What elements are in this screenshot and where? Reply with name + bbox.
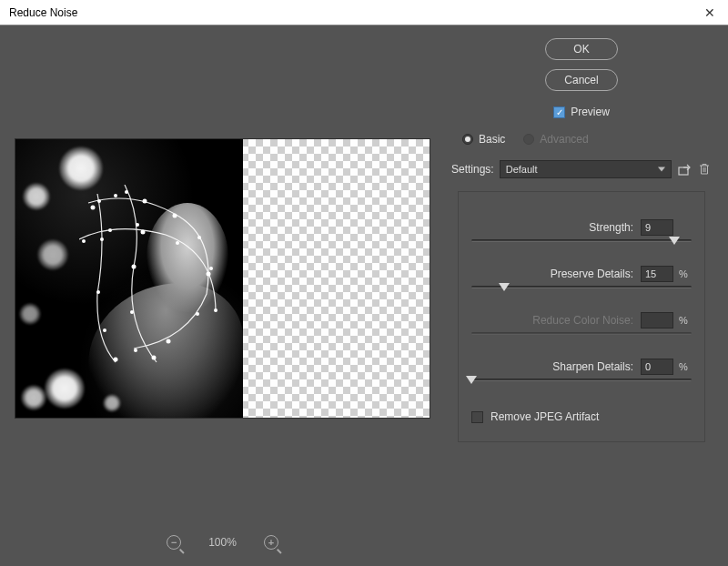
preview-image[interactable] bbox=[15, 138, 430, 419]
preserve-input[interactable]: 15 bbox=[641, 266, 673, 282]
mode-row: Basic Advanced bbox=[450, 127, 713, 151]
sharpen-group: Sharpen Details: 0 % bbox=[471, 359, 692, 381]
close-icon[interactable]: ✕ bbox=[701, 5, 719, 20]
save-preset-icon[interactable] bbox=[677, 162, 692, 177]
cancel-button[interactable]: Cancel bbox=[545, 69, 618, 91]
mode-advanced: Advanced bbox=[523, 133, 588, 146]
svg-rect-25 bbox=[679, 167, 688, 175]
colornoise-input bbox=[641, 312, 673, 328]
titlebar: Reduce Noise ✕ bbox=[0, 0, 728, 25]
mode-basic-label: Basic bbox=[479, 133, 505, 146]
sharpen-unit: % bbox=[679, 361, 692, 372]
colornoise-slider bbox=[471, 332, 692, 335]
settings-row: Settings: Default bbox=[450, 160, 713, 178]
sliders-panel: Strength: 9 Preserve Details: 15 % bbox=[458, 191, 705, 442]
jpeg-checkbox[interactable] bbox=[471, 411, 483, 423]
settings-select[interactable]: Default bbox=[500, 160, 672, 178]
sharpen-input[interactable]: 0 bbox=[641, 359, 673, 375]
radio-icon[interactable] bbox=[462, 134, 473, 145]
zoom-in-icon[interactable]: + bbox=[264, 535, 278, 550]
mode-basic[interactable]: Basic bbox=[462, 133, 505, 146]
colornoise-label: Reduce Color Noise: bbox=[532, 314, 633, 327]
colornoise-group: Reduce Color Noise: % bbox=[471, 312, 692, 335]
preview-toggle[interactable]: ✓ Preview bbox=[553, 106, 610, 118]
preserve-unit: % bbox=[679, 268, 692, 279]
preserve-label: Preserve Details: bbox=[551, 268, 633, 280]
preview-panel: − 100% + bbox=[15, 35, 450, 557]
zoom-out-icon[interactable]: − bbox=[167, 535, 181, 550]
trash-icon[interactable] bbox=[697, 162, 712, 177]
preserve-group: Preserve Details: 15 % bbox=[471, 266, 692, 288]
mode-advanced-label: Advanced bbox=[540, 133, 588, 146]
colornoise-unit: % bbox=[679, 315, 692, 326]
strength-group: Strength: 9 bbox=[471, 219, 692, 242]
preserve-slider[interactable] bbox=[471, 286, 692, 288]
sharpen-label: Sharpen Details: bbox=[552, 360, 633, 373]
strength-label: Strength: bbox=[589, 221, 633, 234]
settings-value: Default bbox=[506, 164, 538, 175]
chevron-down-icon bbox=[658, 167, 665, 172]
jpeg-label: Remove JPEG Artifact bbox=[490, 410, 599, 423]
jpeg-artifact-toggle[interactable]: Remove JPEG Artifact bbox=[471, 410, 692, 423]
sharpen-slider[interactable] bbox=[471, 379, 692, 381]
zoom-level: 100% bbox=[208, 536, 237, 549]
dialog-body: − 100% + OK Cancel ✓ Preview Basic Advan… bbox=[0, 25, 728, 566]
strength-slider[interactable] bbox=[471, 239, 692, 242]
preview-checkbox[interactable]: ✓ bbox=[553, 106, 565, 118]
ok-button[interactable]: OK bbox=[545, 38, 618, 60]
window-title: Reduce Noise bbox=[9, 6, 77, 19]
strength-input[interactable]: 9 bbox=[641, 219, 673, 236]
radio-icon bbox=[523, 134, 534, 145]
photo-content bbox=[15, 139, 243, 419]
settings-label: Settings: bbox=[451, 163, 494, 176]
controls-panel: OK Cancel ✓ Preview Basic Advanced Setti… bbox=[450, 35, 713, 557]
zoom-controls: − 100% + bbox=[15, 524, 430, 557]
preview-label: Preview bbox=[571, 106, 610, 118]
